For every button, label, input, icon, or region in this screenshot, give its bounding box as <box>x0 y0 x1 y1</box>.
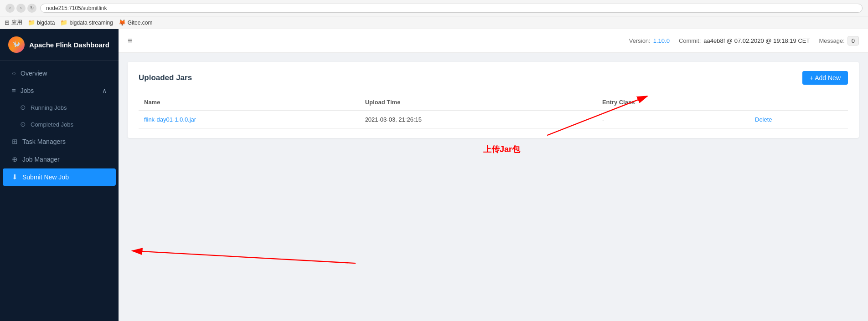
content-card: Uploaded Jars + Add New Name Upload Time… <box>128 62 859 138</box>
col-upload-time: Upload Time <box>360 94 597 111</box>
jar-upload-time-cell: 2021-03-03, 21:26:15 <box>360 111 597 129</box>
table-body: flink-day01-1.0.0.jar 2021-03-03, 21:26:… <box>139 111 848 129</box>
jobs-group-left: ≡ Jobs <box>12 87 34 94</box>
sidebar-item-job-manager-label: Job Manager <box>22 156 60 163</box>
job-manager-icon: ⊕ <box>12 155 18 163</box>
sidebar-item-job-manager[interactable]: ⊕ Job Manager <box>3 151 116 168</box>
delete-button[interactable]: Delete <box>755 116 772 123</box>
overview-icon: ○ <box>12 69 16 77</box>
jobs-icon: ≡ <box>12 87 16 94</box>
bookmark-bigdata-streaming-label: bigdata streaming <box>69 20 113 26</box>
flink-logo-icon: 🐿 <box>8 36 25 53</box>
bookmark-bigdata-streaming[interactable]: 📁 bigdata streaming <box>60 19 113 26</box>
sidebar-item-overview[interactable]: ○ Overview <box>3 65 116 82</box>
refresh-button[interactable]: ↻ <box>27 4 36 13</box>
top-header: ≡ Version: 1.10.0 Commit: aa4eb8f @ 07.0… <box>119 29 868 53</box>
jobs-chevron-icon: ∧ <box>102 87 107 94</box>
card-title: Uploaded Jars <box>139 73 192 82</box>
message-badge: 0 <box>847 36 859 46</box>
sidebar-nav: ○ Overview ≡ Jobs ∧ ⊙ Running Jobs ⊙ Com… <box>0 61 119 321</box>
gitee-icon: 🦊 <box>119 19 126 26</box>
back-button[interactable]: ‹ <box>5 4 15 13</box>
message-label: Message: <box>819 37 844 44</box>
main-content: Uploaded Jars + Add New Name Upload Time… <box>119 53 868 321</box>
browser-nav-buttons: ‹ › ↻ <box>5 4 36 13</box>
table-header-row: Name Upload Time Entry Class <box>139 94 848 111</box>
sidebar-item-submit-new-job[interactable]: ⬇ Submit New Job <box>3 168 116 186</box>
forward-button[interactable]: › <box>16 4 26 13</box>
sidebar-item-running-jobs-label: Running Jobs <box>31 104 67 111</box>
jar-name-link[interactable]: flink-day01-1.0.0.jar <box>144 116 196 123</box>
version-value: 1.10.0 <box>653 37 670 44</box>
sidebar-item-task-managers-label: Task Managers <box>22 138 66 145</box>
card-header: Uploaded Jars + Add New <box>139 71 848 85</box>
sidebar-item-jobs[interactable]: ≡ Jobs ∧ <box>3 82 116 99</box>
folder-icon-1: 📁 <box>28 19 35 26</box>
browser-bar: ‹ › ↻ node215:7105/submitlink <box>0 0 868 16</box>
bookmark-bar: ⊞ 应用 📁 bigdata 📁 bigdata streaming 🦊 Git… <box>0 16 868 29</box>
version-label: Version: <box>629 37 651 44</box>
bookmark-gitee-label: Gitee.com <box>128 20 153 26</box>
sidebar-item-completed-jobs[interactable]: ⊙ Completed Jobs <box>3 116 116 132</box>
sidebar: 🐿 Apache Flink Dashboard ○ Overview ≡ Jo… <box>0 29 119 321</box>
sidebar-item-submit-label: Submit New Job <box>22 173 69 181</box>
jar-table: Name Upload Time Entry Class flink-day01… <box>139 94 848 129</box>
url-bar[interactable]: node215:7105/submitlink <box>40 4 863 13</box>
col-actions <box>749 94 848 111</box>
sidebar-item-overview-label: Overview <box>21 70 47 77</box>
svg-line-2 <box>132 251 356 263</box>
bookmark-apps-label: 应用 <box>11 19 22 26</box>
message-info: Message: 0 <box>819 36 859 46</box>
upload-jar-annotation: 上传Jar包 <box>483 144 520 155</box>
bookmark-apps[interactable]: ⊞ 应用 <box>5 19 22 26</box>
sidebar-item-jobs-label: Jobs <box>21 87 34 94</box>
running-jobs-icon: ⊙ <box>20 103 26 112</box>
jar-action-cell: Delete <box>749 111 848 129</box>
commit-value: aa4eb8f @ 07.02.2020 @ 19:18:19 CET <box>703 37 810 44</box>
sidebar-logo: 🐿 Apache Flink Dashboard <box>0 29 119 61</box>
apps-icon: ⊞ <box>5 19 10 26</box>
commit-info: Commit: aa4eb8f @ 07.02.2020 @ 19:18:19 … <box>679 37 810 44</box>
header-left: ≡ <box>128 36 133 46</box>
hamburger-icon[interactable]: ≡ <box>128 36 133 46</box>
bookmark-gitee[interactable]: 🦊 Gitee.com <box>119 19 153 26</box>
col-name: Name <box>139 94 360 111</box>
add-new-button[interactable]: + Add New <box>802 71 848 85</box>
completed-jobs-icon: ⊙ <box>20 120 26 128</box>
sidebar-item-running-jobs[interactable]: ⊙ Running Jobs <box>3 99 116 116</box>
bookmark-bigdata[interactable]: 📁 bigdata <box>28 19 55 26</box>
version-info: Version: 1.10.0 <box>629 37 670 44</box>
sidebar-title: Apache Flink Dashboard <box>29 41 109 49</box>
header-right: Version: 1.10.0 Commit: aa4eb8f @ 07.02.… <box>629 36 859 46</box>
folder-icon-2: 📁 <box>60 19 67 26</box>
jar-entry-class-cell: - <box>597 111 749 129</box>
col-entry-class: Entry Class <box>597 94 749 111</box>
jar-name-cell: flink-day01-1.0.0.jar <box>139 111 360 129</box>
bookmark-bigdata-label: bigdata <box>37 20 55 26</box>
table-header: Name Upload Time Entry Class <box>139 94 848 111</box>
task-managers-icon: ⊞ <box>12 138 18 146</box>
submit-icon: ⬇ <box>12 173 18 181</box>
commit-label: Commit: <box>679 37 701 44</box>
sidebar-item-task-managers[interactable]: ⊞ Task Managers <box>3 133 116 150</box>
app-container: 🐿 Apache Flink Dashboard ○ Overview ≡ Jo… <box>0 29 868 321</box>
table-row: flink-day01-1.0.0.jar 2021-03-03, 21:26:… <box>139 111 848 129</box>
sidebar-item-completed-jobs-label: Completed Jobs <box>31 121 73 128</box>
